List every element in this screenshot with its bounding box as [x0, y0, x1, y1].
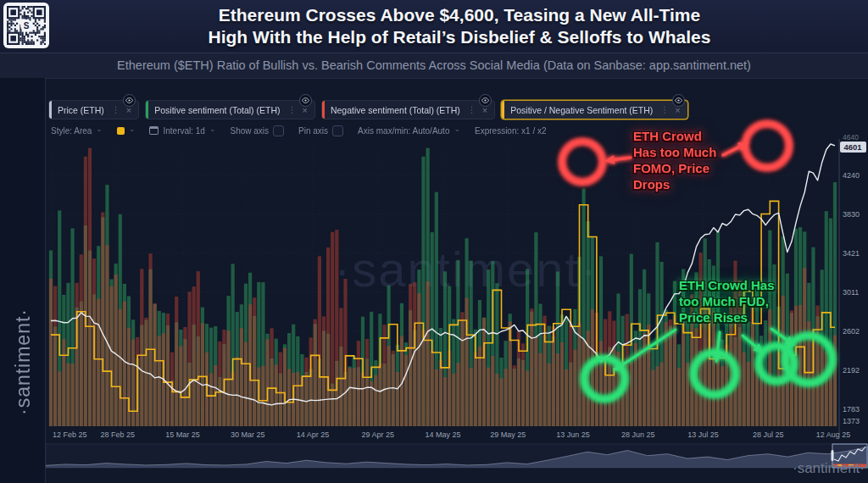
svg-text:3830: 3830 [843, 210, 860, 219]
toolbar-axis-max-min-auto-auto[interactable]: Axis max/min: Auto/Auto⌄ [358, 126, 460, 136]
chart-toolbar: Style: Area⌄⌄Interval: 1d⌄Show axisPin a… [51, 124, 547, 137]
qr-code: S [3, 3, 49, 48]
svg-text:13 Jul 25: 13 Jul 25 [687, 430, 719, 439]
tab-label: Positive / Negative Sentiment (ETH) [510, 105, 653, 115]
toolbar-label: Show axis [230, 126, 269, 136]
svg-text:4240: 4240 [843, 171, 860, 180]
visibility-eye-icon[interactable] [123, 94, 136, 107]
y-axis-right: 424038303421301126022192178346401373 [839, 133, 860, 434]
svg-text:4601: 4601 [843, 142, 862, 152]
svg-text:14 May 25: 14 May 25 [425, 430, 460, 439]
svg-text:S: S [24, 21, 30, 31]
metric-tabs-bar: Price (ETH)⋮×Positive sentiment (Total) … [48, 100, 688, 119]
tab-accent-bar [49, 101, 52, 119]
toolbar-style-area[interactable]: Style: Area⌄ [51, 126, 103, 136]
sidebar-watermark: ·santiment· [12, 226, 35, 483]
page-title-line1: Ethereum Crosses Above $4,600, Teasing a… [59, 4, 860, 26]
toolbar-label: Expression: x1 / x2 [475, 126, 546, 136]
page-title-line2: High With the Help of Retail’s Disbelief… [59, 26, 860, 48]
tab-accent-bar [502, 101, 504, 119]
svg-text:29 May 25: 29 May 25 [490, 430, 526, 439]
svg-text:12 Feb 25: 12 Feb 25 [53, 430, 87, 439]
chevron-down-icon: ⌄ [96, 125, 103, 133]
svg-text:30 Mar 25: 30 Mar 25 [231, 430, 265, 439]
toolbar-pin-axis[interactable]: Pin axis [298, 125, 343, 136]
svg-text:29 Apr 25: 29 Apr 25 [361, 430, 394, 439]
toolbar-label: Interval: 1d [163, 126, 204, 136]
toolbar-label: Axis max/min: Auto/Auto [358, 126, 449, 136]
tab-label: Positive sentiment (Total) (ETH) [154, 105, 280, 115]
toolbar-interval-1d[interactable]: Interval: 1d⌄ [149, 126, 215, 136]
page: S Ethereum Crosses Above $4,600, Teasing… [0, 0, 868, 483]
svg-text:2602: 2602 [843, 327, 860, 336]
toolbar-expression-x1-x2[interactable]: Expression: x1 / x2 [475, 126, 546, 136]
checkbox[interactable] [332, 125, 343, 136]
tab-accent-bar [146, 101, 148, 119]
fud-annotation-text: ETH Crowd Hastoo Much FUD,Price Rises [679, 277, 775, 325]
color-swatch[interactable] [117, 127, 125, 135]
tab-positive-sentiment-total-eth-[interactable]: Positive sentiment (Total) (ETH)⋮× [145, 100, 315, 119]
visibility-eye-icon[interactable] [672, 94, 685, 107]
kebab-menu-icon[interactable]: ⋮ [468, 105, 476, 114]
visibility-eye-icon[interactable] [479, 94, 492, 107]
visibility-eye-icon[interactable] [299, 94, 312, 107]
svg-text:1783: 1783 [843, 405, 860, 414]
svg-text:4640: 4640 [843, 133, 859, 142]
current-price-badge: 4601 [840, 142, 866, 153]
calendar-icon [149, 126, 159, 135]
timeline-navigator[interactable] [46, 444, 868, 468]
header: S Ethereum Crosses Above $4,600, Teasing… [0, 0, 868, 53]
svg-text:28 Jul 25: 28 Jul 25 [753, 430, 784, 439]
left-sidebar: ·santiment· [0, 78, 46, 483]
svg-text:28 Jun 25: 28 Jun 25 [621, 430, 655, 439]
tab-label: Price (ETH) [58, 105, 104, 115]
svg-text:3011: 3011 [843, 288, 859, 297]
tab-accent-bar [322, 101, 325, 119]
kebab-menu-icon[interactable]: ⋮ [288, 105, 297, 114]
svg-text:13 Jun 25: 13 Jun 25 [556, 430, 590, 439]
toolbar-label: Pin axis [298, 126, 328, 136]
chevron-down-icon: ⌄ [209, 125, 216, 133]
chevron-down-icon: ⌄ [453, 125, 460, 133]
x-axis-labels: 12 Feb 2528 Feb 2515 Mar 2530 Mar 2514 A… [53, 430, 850, 439]
checkbox[interactable] [273, 125, 284, 136]
toolbar-color[interactable]: ⌄ [117, 126, 136, 135]
svg-text:28 Feb 25: 28 Feb 25 [100, 430, 135, 439]
bottom-watermark: ·santiment· [746, 460, 865, 477]
svg-text:14 Apr 25: 14 Apr 25 [297, 430, 330, 439]
toolbar-show-axis[interactable]: Show axis [230, 125, 284, 136]
chart-subtitle: Ethereum ($ETH) Ratio of Bullish vs. Bea… [0, 53, 868, 78]
toolbar-label: Style: Area [51, 126, 92, 136]
kebab-menu-icon[interactable]: ⋮ [660, 105, 669, 114]
svg-text:3421: 3421 [843, 249, 860, 258]
chevron-down-icon: ⌄ [129, 125, 136, 133]
svg-text:15 Mar 25: 15 Mar 25 [165, 430, 200, 439]
svg-text:12 Aug 25: 12 Aug 25 [816, 430, 851, 439]
tab-label: Negative sentiment (Total) (ETH) [331, 105, 460, 115]
page-title: Ethereum Crosses Above $4,600, Teasing a… [59, 4, 860, 48]
fomo-annotation-text: ETH CrowdHas too MuchFOMO, PriceDrops [633, 128, 716, 192]
tab-negative-sentiment-total-eth-[interactable]: Negative sentiment (Total) (ETH)⋮× [321, 100, 495, 119]
kebab-menu-icon[interactable]: ⋮ [112, 105, 120, 114]
tab-positive-negative-sentiment-eth-[interactable]: Positive / Negative Sentiment (ETH)⋮× [501, 100, 688, 119]
svg-text:1373: 1373 [843, 417, 860, 425]
svg-text:2192: 2192 [843, 366, 860, 375]
